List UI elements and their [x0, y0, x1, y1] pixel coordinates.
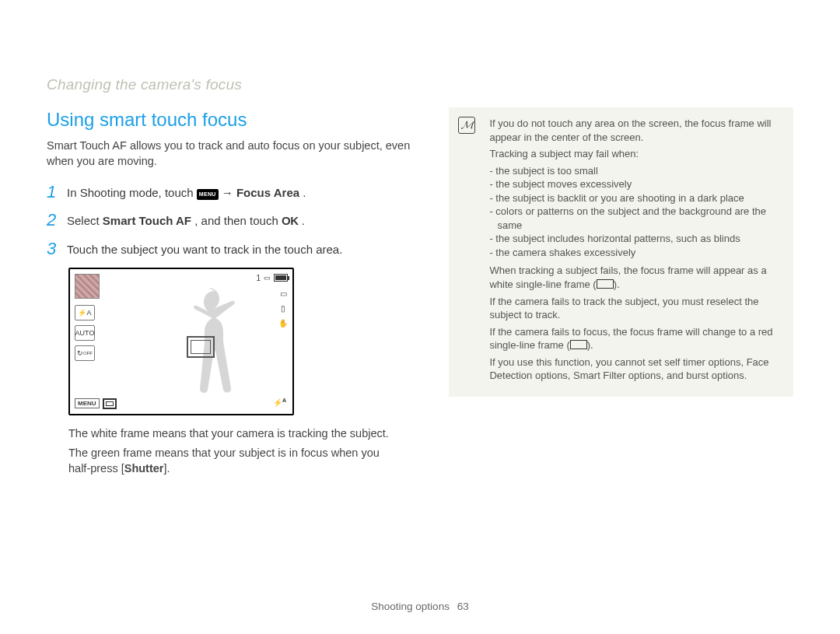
hand-icon: ✋	[278, 319, 288, 328]
step-2-text: Select Smart Touch AF , and then touch O…	[67, 211, 305, 229]
intro-paragraph: Smart Touch AF allows you to track and a…	[47, 138, 418, 169]
white-frame-icon	[597, 279, 614, 289]
right-column: 𝓜 If you do not touch any area on the sc…	[449, 107, 793, 481]
flash-auto-icon: ⚡A	[75, 305, 95, 321]
note-bullet: the subject includes horizontal patterns…	[489, 232, 781, 246]
page-body: Using smart touch focus Smart Touch AF a…	[0, 0, 840, 481]
right-icon-stack: ▭ ▯ ✋	[278, 289, 288, 328]
flash-auto-label: A	[86, 309, 91, 317]
step-3-text: Touch the subject you want to track in t…	[67, 240, 342, 257]
step-1-post: .	[303, 186, 306, 199]
step-1-arrow: →	[222, 186, 236, 199]
caption-p2-bold: Shutter	[124, 462, 164, 475]
footer-section: Shooting options	[371, 601, 450, 612]
left-column: Using smart touch focus Smart Touch AF a…	[47, 109, 418, 481]
step-2-mid: , and then touch	[194, 214, 282, 227]
note-bullet: the subject is too small	[489, 164, 781, 178]
note-p2-pre: When tracking a subject fails, the focus…	[489, 264, 766, 290]
steps-list: 1 In Shooting mode, touch MENU → Focus A…	[47, 183, 418, 258]
step-number: 2	[47, 211, 67, 229]
note-bullets: the subject is too small the subject mov…	[489, 164, 781, 260]
note-bullet: the camera shakes excessively	[489, 246, 781, 260]
step-2-post: .	[302, 214, 305, 227]
step-2: 2 Select Smart Touch AF , and then touch…	[47, 211, 418, 229]
caption-p1: The white frame means that your camera i…	[68, 426, 403, 442]
flash-indicator-bottom: ⚡A	[273, 398, 286, 407]
breadcrumb: Changing the camera's focus	[47, 76, 242, 93]
auto-mode-icon: AUTO	[75, 325, 95, 341]
step-1-bold: Focus Area	[236, 186, 299, 199]
page-footer: Shooting options 63	[0, 601, 840, 612]
note-icon: 𝓜	[458, 117, 475, 134]
preview-thumbnail	[75, 274, 100, 299]
shot-counter: 1	[256, 274, 261, 282]
menu-icon: MENU	[197, 189, 219, 200]
timer-off-icon: ↻OFF	[75, 345, 95, 361]
camera-preview-figure: ⚡A AUTO ↻OFF MENU 1 ▭ ▭ ▯ ✋ ⚡A	[68, 268, 294, 415]
portrait-mode-icon: ▯	[281, 304, 285, 313]
menu-row: MENU	[75, 398, 117, 409]
note-p4-post: ).	[587, 339, 593, 351]
caption-p2-post: ].	[163, 462, 170, 475]
step-1-text: In Shooting mode, touch MENU → Focus Are…	[67, 183, 306, 201]
step-number: 3	[47, 240, 67, 258]
step-1-pre: In Shooting mode, touch	[67, 186, 197, 199]
figure-caption: The white frame means that your camera i…	[68, 426, 403, 477]
sd-card-icon: ▭	[264, 274, 271, 282]
ok-icon: OK	[282, 214, 299, 227]
note-p4-pre: If the camera fails to focus, the focus …	[489, 326, 772, 352]
focus-frame-icon	[187, 336, 215, 358]
footer-page-number: 63	[457, 601, 469, 612]
landscape-icon: ▭	[280, 289, 287, 298]
red-frame-icon	[570, 340, 587, 349]
note-p5: If you use this function, you cannot set…	[489, 356, 781, 383]
note-p2-post: ).	[614, 278, 620, 290]
note-p3: If the camera fails to track the subject…	[489, 295, 781, 322]
menu-button-icon: MENU	[75, 398, 100, 408]
display-toggle-icon	[103, 398, 117, 409]
left-icon-stack: ⚡A AUTO ↻OFF	[75, 305, 95, 361]
battery-icon	[274, 274, 288, 282]
note-tracking-intro: Tracking a subject may fail when:	[489, 147, 781, 161]
note-box: 𝓜 If you do not touch any area on the sc…	[449, 107, 793, 397]
section-title: Using smart touch focus	[47, 109, 418, 131]
caption-p2: The green frame means that your subject …	[68, 446, 403, 476]
step-3: 3 Touch the subject you want to track in…	[47, 240, 418, 258]
note-p1: If you do not touch any area on the scre…	[489, 117, 781, 144]
caption-p2-pre: The green frame means that your subject …	[68, 447, 380, 475]
step-2-pre: Select	[67, 214, 103, 227]
top-right-indicators: 1 ▭	[256, 274, 288, 282]
note-bullet: colors or patterns on the subject and th…	[489, 205, 781, 232]
step-1: 1 In Shooting mode, touch MENU → Focus A…	[47, 183, 418, 201]
note-p4: If the camera fails to focus, the focus …	[489, 325, 781, 352]
note-p2: When tracking a subject fails, the focus…	[489, 264, 781, 291]
note-bullet: the subject moves excessively	[489, 177, 781, 191]
note-bullet: the subject is backlit or you are shooti…	[489, 191, 781, 205]
step-number: 1	[47, 183, 67, 201]
step-2-bold: Smart Touch AF	[103, 214, 191, 227]
timer-off-glyph: ↻	[77, 349, 83, 357]
